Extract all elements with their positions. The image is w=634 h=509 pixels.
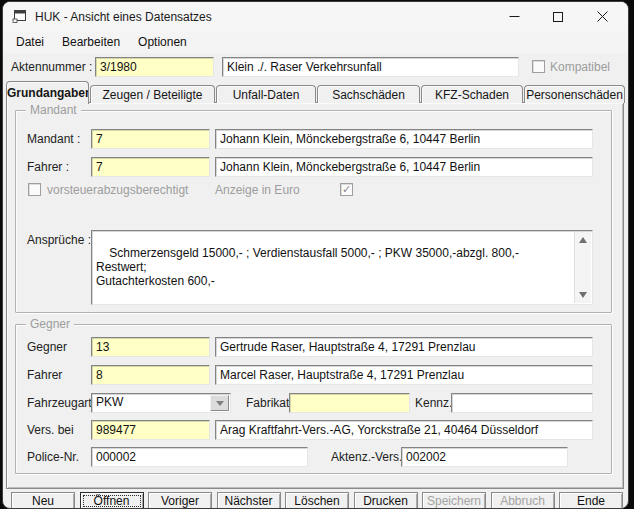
maximize-button[interactable] xyxy=(536,2,580,31)
fahrzeugart-label: Fahrzeugart xyxy=(27,396,92,410)
tabstrip: Grundangaben Zeugen / Beteiligte Unfall-… xyxy=(6,81,626,103)
menubar: Datei Bearbeiten Optionen xyxy=(3,31,628,53)
menu-bearbeiten[interactable]: Bearbeiten xyxy=(53,33,129,51)
euro-label: Anzeige in Euro xyxy=(215,183,300,197)
menu-datei[interactable]: Datei xyxy=(7,33,53,51)
abbruch-button: Abbruch xyxy=(491,492,555,509)
police-nr-input[interactable] xyxy=(91,447,308,467)
ansprueche-label: Ansprüche : xyxy=(27,233,91,247)
tab-personenschaeden[interactable]: Personenschäden xyxy=(524,85,625,103)
loeschen-button[interactable]: Löschen xyxy=(285,492,349,509)
gegner-fahrer-address-input[interactable] xyxy=(215,365,593,385)
vers-id-input[interactable] xyxy=(91,420,210,440)
case-name-input[interactable] xyxy=(222,57,519,77)
minimize-button[interactable] xyxy=(492,2,536,31)
drucken-button[interactable]: Drucken xyxy=(354,492,418,509)
scroll-down-icon[interactable] xyxy=(579,292,587,298)
fabrikat-input[interactable] xyxy=(289,393,410,413)
ansprueche-textarea[interactable]: Schmerzensgeld 15000,- ; Verdienstausfal… xyxy=(91,230,593,305)
kennz-input[interactable] xyxy=(451,393,593,413)
menu-optionen[interactable]: Optionen xyxy=(129,33,196,51)
vers-bei-label: Vers. bei xyxy=(27,423,74,437)
aktenz-vers-label: Aktenz.-Vers. xyxy=(331,450,402,464)
app-window: HUK - Ansicht eines Datensatzes Datei Be… xyxy=(2,1,629,509)
combo-dropdown-button[interactable] xyxy=(210,395,229,411)
speichern-button: Speichern xyxy=(422,492,486,509)
gegner-fahrer-label: Fahrer xyxy=(27,368,62,382)
oeffnen-button[interactable]: Öffnen xyxy=(80,492,144,509)
mandant-group-caption: Mandant xyxy=(26,103,81,117)
mandant-id-input[interactable] xyxy=(91,129,210,149)
gegner-id-input[interactable] xyxy=(91,337,210,357)
naechster-button[interactable]: Nächster xyxy=(217,492,281,509)
chevron-down-icon xyxy=(216,401,224,406)
mandant-label: Mandant : xyxy=(27,132,80,146)
scroll-up-icon[interactable] xyxy=(579,237,587,243)
gegner-fahrer-id-input[interactable] xyxy=(91,365,210,385)
tab-kfz-schaden[interactable]: KFZ-Schaden xyxy=(421,85,523,103)
footer-button-bar: Neu Öffnen Voriger Nächster Löschen Druc… xyxy=(11,492,623,509)
tab-zeugen-beteiligte[interactable]: Zeugen / Beteiligte xyxy=(90,85,215,103)
app-form-icon xyxy=(12,9,27,24)
mandant-fahrer-label: Fahrer : xyxy=(27,160,69,174)
tab-sachschaeden[interactable]: Sachschäden xyxy=(317,85,420,103)
close-button[interactable] xyxy=(580,2,624,31)
vorsteuer-checkbox[interactable] xyxy=(28,183,41,196)
mandant-fahrer-address-input[interactable] xyxy=(215,157,593,177)
gegner-group-caption: Gegner xyxy=(26,317,74,331)
neu-button[interactable]: Neu xyxy=(11,492,75,509)
tab-grundangaben[interactable]: Grundangaben xyxy=(6,81,89,104)
vers-address-input[interactable] xyxy=(215,420,593,440)
titlebar[interactable]: HUK - Ansicht eines Datensatzes xyxy=(3,2,628,31)
kennz-label: Kennz. xyxy=(415,396,452,410)
aktenz-vers-input[interactable] xyxy=(401,447,568,467)
voriger-button[interactable]: Voriger xyxy=(148,492,212,509)
aktennummer-input[interactable] xyxy=(95,57,214,77)
vorsteuer-label: vorsteuerabzugsberechtigt xyxy=(47,183,188,197)
kompatibel-label: Kompatibel xyxy=(550,60,610,74)
fahrzeugart-combobox[interactable]: PKW xyxy=(91,393,231,413)
mandant-address-input[interactable] xyxy=(215,129,593,149)
ende-button[interactable]: Ende xyxy=(559,492,623,509)
kompatibel-checkbox[interactable] xyxy=(532,60,545,73)
euro-checkbox[interactable]: ✓ xyxy=(340,183,353,196)
gegner-address-input[interactable] xyxy=(215,337,593,357)
tab-unfall-daten[interactable]: Unfall-Daten xyxy=(216,85,316,103)
ansprueche-scrollbar[interactable] xyxy=(574,232,591,303)
mandant-fahrer-id-input[interactable] xyxy=(91,157,210,177)
police-nr-label: Police-Nr. xyxy=(27,450,79,464)
window-title: HUK - Ansicht eines Datensatzes xyxy=(35,10,212,24)
aktennummer-label: Aktennummer : xyxy=(11,60,92,74)
fabrikat-label: Fabrikat xyxy=(246,396,289,410)
gegner-label: Gegner xyxy=(27,340,67,354)
